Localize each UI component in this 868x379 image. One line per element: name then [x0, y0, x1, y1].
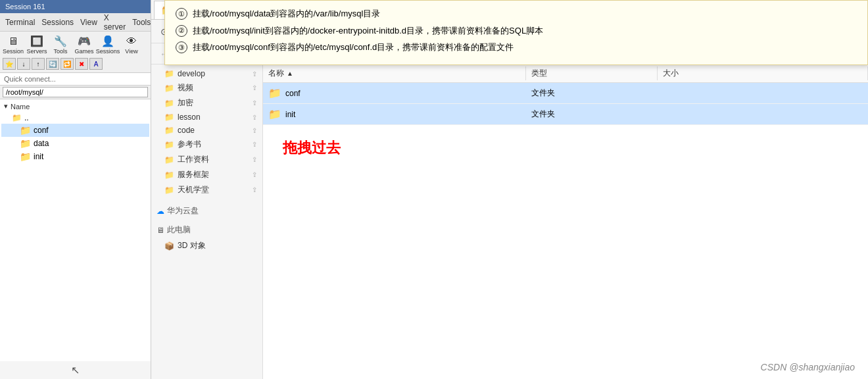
nav-folder-icon: 📁 — [164, 113, 174, 122]
drag-hint: 拖拽过去 — [263, 125, 868, 171]
toolbar-btn-sync[interactable]: 🔁 — [60, 58, 74, 70]
nav-work[interactable]: 📁 工作资料 ⇪ — [151, 152, 262, 167]
view-icon[interactable]: 👁 View — [121, 34, 142, 55]
menu-view[interactable]: View — [78, 17, 100, 28]
tip-text-2: 挂载/root/mysql/init到容器内的/docker-entrypoin… — [193, 24, 543, 38]
menu-xserver[interactable]: X server — [101, 13, 128, 32]
col-name-header[interactable]: 名称 ▲ — [263, 66, 526, 80]
nav-video[interactable]: 📁 视频 ⇪ — [151, 80, 262, 95]
file-row-init[interactable]: 📁 init 文件夹 — [263, 104, 868, 125]
toolbar-btn-text[interactable]: A — [89, 58, 103, 70]
menu-tools[interactable]: Tools — [130, 17, 153, 28]
path-display[interactable]: /root/mysql/ — [3, 87, 148, 97]
toolbar-btn-red[interactable]: ✖ — [75, 58, 88, 70]
nav-folder-icon: 📁 — [164, 155, 174, 164]
quick-connect[interactable]: Quick connect... — [0, 73, 151, 86]
computer-icon: 🖥 — [157, 226, 164, 235]
file-type-init: 文件夹 — [526, 107, 658, 121]
nav-reference[interactable]: 📁 参考书 ⇪ — [151, 137, 262, 152]
nav-encrypt[interactable]: 📁 加密 ⇪ — [151, 95, 262, 111]
tip-text-1: 挂载/root/mysql/data到容器内的/var/lib/mysql目录 — [193, 7, 380, 20]
mouse-cursor-area: ↖ — [0, 361, 151, 379]
menu-sessions[interactable]: Sessions — [39, 17, 76, 28]
tip-num-3: ③ — [176, 41, 187, 53]
toolbar-btn-star[interactable]: ⭐ — [3, 58, 16, 70]
tree-item-conf[interactable]: 📁 conf — [1, 124, 149, 137]
winscp-toolbar: 🖥 Session 🔲 Servers 🔧 Tools 🎮 Games 👤 Se… — [0, 32, 151, 73]
tree-item-parent[interactable]: 📁 .. — [1, 112, 149, 124]
icon-row: 🖥 Session 🔲 Servers 🔧 Tools 🎮 Games 👤 Se… — [3, 34, 148, 55]
nav-folder-icon: 📁 — [164, 170, 174, 180]
explorer-content: 📁 develop ⇪ 📁 视频 ⇪ 📁 加密 ⇪ 📁 lesson ⇪ 📁 — [151, 64, 868, 379]
winscp-title: Session 161 — [0, 0, 151, 13]
tree-item-data[interactable]: 📁 data — [1, 137, 149, 150]
tip-num-2: ② — [176, 25, 187, 37]
tooltip-line-1: ① 挂载/root/mysql/data到容器内的/var/lib/mysql目… — [176, 7, 857, 20]
col-size-header[interactable]: 大小 — [658, 66, 868, 80]
session-icon[interactable]: 🖥 Session — [3, 34, 24, 55]
watermark: CSDN @shangxianjiao — [761, 362, 855, 372]
file-type-conf: 文件夹 — [526, 86, 658, 100]
menu-terminal[interactable]: Terminal — [3, 17, 37, 28]
nav-folder-icon: 📁 — [164, 126, 174, 135]
nav-folder-icon: 📁 — [164, 186, 174, 195]
tip-num-1: ① — [176, 8, 187, 20]
tools-icon[interactable]: 🔧 Tools — [50, 34, 71, 55]
menu-bar: Terminal Sessions View X server Tools Ga… — [0, 13, 151, 32]
nav-develop[interactable]: 📁 develop ⇪ — [151, 67, 262, 80]
sessions-icon[interactable]: 👤 Sessions — [97, 34, 118, 55]
toolbar-btn-refresh[interactable]: 🔄 — [46, 58, 59, 70]
3d-icon: 📦 — [164, 241, 174, 251]
file-size-init — [658, 113, 868, 116]
file-size-conf — [658, 92, 868, 95]
file-list-header: 名称 ▲ 类型 大小 — [263, 64, 868, 83]
left-nav-panel: 📁 develop ⇪ 📁 视频 ⇪ 📁 加密 ⇪ 📁 lesson ⇪ 📁 — [151, 64, 263, 379]
nav-huawei-cloud[interactable]: ☁ 华为云盘 — [151, 203, 262, 219]
main-file-area: 名称 ▲ 类型 大小 📁 conf 文件夹 — [263, 64, 868, 379]
folder-icon-init: 📁 — [268, 108, 281, 120]
left-panel: Session 161 Terminal Sessions View X ser… — [0, 0, 151, 379]
col-type-header[interactable]: 类型 — [526, 66, 658, 80]
tooltip-overlay: ① 挂载/root/mysql/data到容器内的/var/lib/mysql目… — [164, 0, 868, 65]
servers-icon[interactable]: 🔲 Servers — [26, 34, 47, 55]
local-toolbar: /root/mysql/ — [0, 86, 151, 99]
nav-this-pc[interactable]: 🖥 此电脑 — [151, 222, 262, 238]
tooltip-line-3: ③ 挂载/root/mysql/conf到容器内的/etc/mysql/conf… — [176, 41, 857, 54]
cloud-icon: ☁ — [157, 207, 164, 216]
tooltip-line-2: ② 挂载/root/mysql/init到容器内的/docker-entrypo… — [176, 24, 857, 38]
folder-icon-conf: 📁 — [268, 87, 281, 99]
nav-folder-icon: 📁 — [164, 140, 174, 149]
tree-header: ▾ Name — [1, 101, 149, 112]
tree-item-init[interactable]: 📁 init — [1, 150, 149, 163]
nav-3d[interactable]: 📦 3D 对象 — [151, 238, 262, 253]
nav-folder-icon: 📁 — [164, 69, 174, 78]
file-tree: ▾ Name 📁 .. 📁 conf 📁 data 📁 init — [0, 99, 151, 361]
nav-code[interactable]: 📁 code ⇪ — [151, 124, 262, 137]
games-icon[interactable]: 🎮 Games — [74, 34, 95, 55]
toolbar-btn-down[interactable]: ↓ — [17, 58, 30, 70]
nav-folder-icon: 📁 — [164, 99, 174, 108]
file-name-conf: 📁 conf — [263, 86, 526, 101]
toolbar-btn-up[interactable]: ↑ — [32, 58, 45, 70]
nav-lesson[interactable]: 📁 lesson ⇪ — [151, 111, 262, 124]
nav-folder-icon: 📁 — [164, 84, 174, 93]
tip-text-3: 挂载/root/mysql/conf到容器内的/etc/mysql/conf.d… — [193, 41, 514, 54]
nav-tianjixuetang[interactable]: 📁 天机学堂 ⇪ — [151, 182, 262, 197]
file-row-conf[interactable]: 📁 conf 文件夹 — [263, 83, 868, 104]
nav-service[interactable]: 📁 服务框架 ⇪ — [151, 167, 262, 182]
file-name-init: 📁 init — [263, 107, 526, 122]
